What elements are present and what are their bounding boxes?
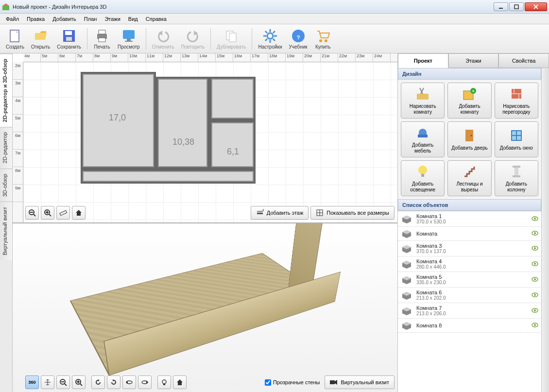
orbit-left-button[interactable]: [122, 375, 136, 389]
object-list-item[interactable]: Комната 4280.0 x 446.0: [398, 256, 541, 272]
object-list-item[interactable]: Комната 5335.0 x 230.0: [398, 272, 541, 288]
visibility-eye-icon[interactable]: [532, 261, 538, 267]
transparent-walls-checkbox[interactable]: Прозрачные стены: [262, 379, 323, 386]
zoom-in-3d-button[interactable]: [72, 375, 86, 389]
side-tab-3[interactable]: Виртуальный визит: [0, 202, 12, 260]
right-tab-Проект[interactable]: Проект: [398, 53, 448, 68]
design-column-button[interactable]: Добавить колонну: [495, 160, 538, 196]
design-stairs-button[interactable]: Лестницы и вырезы: [447, 160, 491, 196]
folder-open-icon: [33, 28, 49, 44]
lighting-button[interactable]: [157, 375, 171, 389]
object-list[interactable]: Комната 1370.0 x 530.0КомнатаКомната 337…: [398, 211, 541, 392]
object-list-item[interactable]: Комната 8: [398, 319, 541, 333]
preview-button[interactable]: Просмотр: [115, 27, 143, 51]
zoom-out-3d-button[interactable]: [56, 375, 70, 389]
close-button[interactable]: [525, 2, 547, 11]
home-button[interactable]: [72, 206, 86, 220]
visibility-eye-icon[interactable]: [532, 308, 538, 314]
help-button[interactable]: ?Учебник: [286, 27, 310, 51]
design-partition-button[interactable]: Нарисовать перегородку: [495, 83, 538, 119]
visibility-eye-icon[interactable]: [532, 323, 538, 328]
orbit-right-button[interactable]: [138, 375, 152, 389]
main-toolbar: СоздатьОткрытьСохранитьПечатьПросмотрОтм…: [0, 24, 549, 53]
object-list-item[interactable]: Комната 1370.0 x 530.0: [398, 211, 541, 227]
create-button[interactable]: Создать: [3, 27, 27, 51]
virtual-visit-button[interactable]: Виртуальный визит: [325, 375, 395, 389]
object-dimensions: 370.0 x 530.0: [416, 219, 528, 224]
visibility-eye-icon[interactable]: [532, 246, 538, 252]
object-list-item[interactable]: Комната: [398, 227, 541, 241]
home-3d-button[interactable]: [173, 375, 187, 389]
right-tab-Этажи[interactable]: Этажи: [448, 53, 499, 68]
right-tab-Свойства[interactable]: Свойства: [498, 53, 549, 68]
open-button[interactable]: Открыть: [28, 27, 53, 51]
ruler-button[interactable]: [56, 206, 70, 220]
svg-point-104: [532, 277, 538, 281]
svg-rect-6: [10, 30, 19, 42]
help-icon: ?: [291, 28, 306, 44]
svg-point-113: [534, 309, 536, 311]
print-button[interactable]: Печать: [90, 27, 114, 51]
room-area: 17,0: [109, 113, 126, 123]
svg-line-5: [534, 5, 538, 9]
svg-point-62: [162, 380, 166, 384]
menu-Добавить[interactable]: Добавить: [50, 15, 79, 23]
menu-bar: ФайлПравкаДобавитьПланЭтажиВидСправка: [0, 14, 549, 24]
svg-line-51: [65, 384, 67, 386]
side-tab-0[interactable]: 2D-редактор и 3D-обзор: [0, 53, 12, 127]
app-icon: [2, 3, 10, 11]
svg-marker-56: [97, 379, 99, 381]
visibility-eye-icon[interactable]: [532, 292, 538, 298]
object-list-item[interactable]: Комната 6213.0 x 202.0: [398, 288, 541, 303]
visibility-eye-icon[interactable]: [532, 216, 538, 222]
rotate-right-button[interactable]: [107, 375, 120, 389]
menu-Вид[interactable]: Вид: [125, 15, 141, 23]
design-window-button[interactable]: Добавить окно: [495, 121, 538, 157]
svg-point-100: [532, 262, 538, 266]
menu-План[interactable]: План: [81, 15, 100, 23]
design-draw-room-button[interactable]: Нарисовать комнату: [401, 83, 445, 119]
object-name: Комната: [416, 231, 528, 237]
svg-line-26: [265, 31, 267, 33]
show-dimensions-button[interactable]: Показывать все размеры: [310, 206, 395, 220]
svg-rect-41: [60, 210, 67, 215]
svg-marker-115: [402, 322, 411, 326]
object-list-item[interactable]: Комната 3370.0 x 137.0: [398, 241, 541, 256]
buy-button[interactable]: Купить: [311, 27, 335, 51]
maximize-button[interactable]: [509, 2, 524, 11]
minimize-button[interactable]: [494, 2, 508, 11]
canvas-3d[interactable]: 360 Прозрачные стены Виртуальный визит: [13, 223, 397, 392]
room-icon: [401, 214, 412, 224]
side-tab-2[interactable]: 3D-обзор: [0, 169, 12, 202]
menu-Правка[interactable]: Правка: [24, 15, 48, 23]
design-chair-button[interactable]: Добавить мебель: [401, 121, 445, 157]
save-button[interactable]: Сохранить: [54, 27, 84, 51]
design-bulb-button[interactable]: Добавить освещение: [401, 160, 445, 196]
360-button[interactable]: 360: [25, 375, 39, 389]
menu-Справка[interactable]: Справка: [143, 15, 170, 23]
zoom-in-button[interactable]: [41, 206, 54, 220]
visibility-eye-icon[interactable]: [532, 231, 538, 237]
svg-line-36: [34, 214, 35, 216]
scrollbar[interactable]: [541, 68, 549, 392]
monitor-icon: [121, 28, 137, 44]
design-door-button[interactable]: Добавить дверь: [447, 121, 491, 157]
visibility-eye-icon[interactable]: [532, 277, 538, 283]
object-list-item[interactable]: Комната 7213.0 x 206.0: [398, 303, 541, 319]
redo-icon: [185, 28, 201, 44]
add-room-icon: +: [462, 86, 477, 102]
pan-button[interactable]: [41, 375, 54, 389]
rotate-left-button[interactable]: [91, 375, 105, 389]
side-tab-1[interactable]: 2D-редактор: [0, 127, 12, 168]
menu-Этажи[interactable]: Этажи: [102, 15, 123, 23]
room-icon: [401, 321, 412, 330]
design-add-room-button[interactable]: +Добавить комнату: [447, 83, 491, 119]
add-floor-button[interactable]: +Добавить этаж: [251, 206, 309, 220]
svg-rect-3: [515, 5, 518, 9]
canvas-2d[interactable]: 4м5м6м7м8м9м10м11м12м13м14м15м16м17м18м1…: [13, 53, 397, 223]
svg-marker-95: [402, 245, 411, 249]
zoom-out-button[interactable]: [25, 206, 39, 220]
menu-Файл[interactable]: Файл: [3, 15, 22, 23]
svg-point-52: [76, 379, 81, 384]
settings-button[interactable]: Настройки: [255, 27, 285, 51]
